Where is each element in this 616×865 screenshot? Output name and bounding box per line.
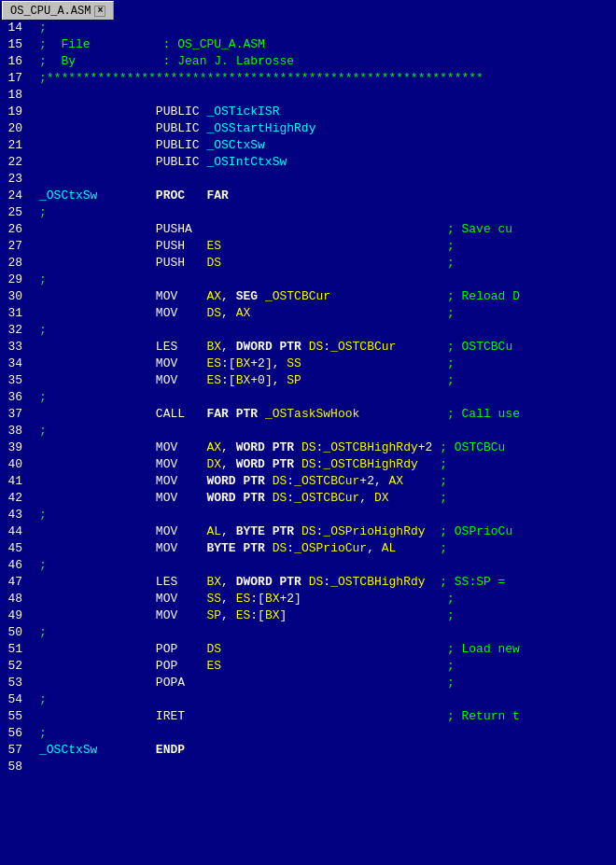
line-code: MOV SS, ES:[BX+2] ; bbox=[39, 592, 616, 606]
line-number: 38 bbox=[0, 424, 28, 438]
line-code: ; bbox=[39, 21, 616, 35]
code-line: 46 ; bbox=[0, 558, 616, 575]
line-number: 26 bbox=[0, 222, 28, 236]
line-code: PUSH ES ; bbox=[39, 239, 616, 253]
line-code: LES BX, DWORD PTR DS:_OSTCBCur ; OSTCBCu bbox=[39, 340, 616, 354]
code-line: 50 ; bbox=[0, 625, 616, 642]
code-line: 38 ; bbox=[0, 424, 616, 440]
tab-bar: OS_CPU_A.ASM × bbox=[0, 0, 616, 21]
line-gutter bbox=[28, 541, 39, 555]
line-number: 33 bbox=[0, 340, 28, 354]
line-number: 14 bbox=[0, 21, 28, 35]
line-number: 28 bbox=[0, 256, 28, 270]
line-code: ; By : Jean J. Labrosse bbox=[39, 54, 616, 68]
code-line: 31 MOV DS, AX ; bbox=[0, 306, 616, 323]
code-line: 54 ; bbox=[0, 692, 616, 709]
line-number: 58 bbox=[0, 760, 28, 774]
line-code: POPA ; bbox=[39, 676, 616, 690]
code-line: 16 ; By : Jean J. Labrosse bbox=[0, 54, 616, 71]
line-number: 46 bbox=[0, 558, 28, 572]
line-gutter bbox=[28, 592, 39, 606]
line-number: 39 bbox=[0, 440, 28, 454]
line-number: 30 bbox=[0, 289, 28, 303]
code-line: 53 POPA ; bbox=[0, 676, 616, 692]
code-line: 27 PUSH ES ; bbox=[0, 239, 616, 256]
code-line: 35 MOV ES:[BX+0], SP ; bbox=[0, 373, 616, 390]
line-number: 31 bbox=[0, 306, 28, 320]
line-number: 52 bbox=[0, 659, 28, 673]
line-gutter bbox=[28, 256, 39, 270]
line-gutter bbox=[28, 743, 39, 757]
code-line: 48 MOV SS, ES:[BX+2] ; bbox=[0, 592, 616, 608]
line-number: 50 bbox=[0, 625, 28, 639]
line-gutter bbox=[28, 71, 39, 85]
line-gutter bbox=[28, 608, 39, 622]
line-gutter bbox=[28, 88, 39, 102]
line-number: 41 bbox=[0, 474, 28, 488]
line-gutter bbox=[28, 155, 39, 169]
tab-label: OS_CPU_A.ASM bbox=[10, 5, 91, 18]
code-line: 37 CALL FAR PTR _OSTaskSwHook ; Call use bbox=[0, 407, 616, 424]
line-number: 15 bbox=[0, 37, 28, 51]
line-code: PUBLIC _OSIntCtxSw bbox=[39, 155, 616, 169]
line-number: 36 bbox=[0, 390, 28, 404]
code-line: 17 ;************************************… bbox=[0, 71, 616, 88]
line-gutter bbox=[28, 726, 39, 740]
line-number: 34 bbox=[0, 356, 28, 370]
line-gutter bbox=[28, 709, 39, 723]
line-number: 51 bbox=[0, 642, 28, 656]
line-code bbox=[39, 88, 616, 102]
line-code: ; bbox=[39, 692, 616, 706]
line-gutter bbox=[28, 676, 39, 690]
line-code: PUBLIC _OSTickISR bbox=[39, 105, 616, 119]
code-line: 42 MOV WORD PTR DS:_OSTCBCur, DX ; bbox=[0, 491, 616, 508]
code-editor: 14 ;15 ; File : OS_CPU_A.ASM16 ; By : Je… bbox=[0, 21, 616, 776]
line-code: ; bbox=[39, 424, 616, 438]
code-line: 51 POP DS ; Load new bbox=[0, 642, 616, 659]
code-line: 28 PUSH DS ; bbox=[0, 256, 616, 272]
line-code: ; bbox=[39, 323, 616, 337]
code-line: 52 POP ES ; bbox=[0, 659, 616, 676]
code-line: 19 PUBLIC _OSTickISR bbox=[0, 105, 616, 121]
line-code: MOV BYTE PTR DS:_OSPrioCur, AL ; bbox=[39, 541, 616, 555]
line-number: 53 bbox=[0, 676, 28, 690]
line-gutter bbox=[28, 306, 39, 320]
line-gutter bbox=[28, 491, 39, 505]
line-gutter bbox=[28, 508, 39, 522]
line-number: 32 bbox=[0, 323, 28, 337]
line-gutter bbox=[28, 575, 39, 589]
line-code: ; File : OS_CPU_A.ASM bbox=[39, 37, 616, 51]
code-line: 34 MOV ES:[BX+2], SS ; bbox=[0, 356, 616, 373]
line-code: MOV DX, WORD PTR DS:_OSTCBHighRdy ; bbox=[39, 457, 616, 471]
line-gutter bbox=[28, 424, 39, 438]
line-gutter bbox=[28, 222, 39, 236]
code-line: 43 ; bbox=[0, 508, 616, 524]
line-gutter bbox=[28, 373, 39, 387]
code-line: 57 _OSCtxSw ENDP bbox=[0, 743, 616, 760]
line-number: 22 bbox=[0, 155, 28, 169]
line-number: 16 bbox=[0, 54, 28, 68]
line-gutter bbox=[28, 54, 39, 68]
line-number: 25 bbox=[0, 205, 28, 219]
line-code: ; bbox=[39, 272, 616, 286]
code-line: 39 MOV AX, WORD PTR DS:_OSTCBHighRdy+2 ;… bbox=[0, 440, 616, 457]
code-line: 45 MOV BYTE PTR DS:_OSPrioCur, AL ; bbox=[0, 541, 616, 558]
line-gutter bbox=[28, 625, 39, 639]
line-number: 23 bbox=[0, 172, 28, 186]
tab-close-button[interactable]: × bbox=[94, 6, 105, 17]
code-line: 40 MOV DX, WORD PTR DS:_OSTCBHighRdy ; bbox=[0, 457, 616, 474]
line-number: 24 bbox=[0, 188, 28, 202]
line-gutter bbox=[28, 457, 39, 471]
line-gutter bbox=[28, 21, 39, 35]
file-tab[interactable]: OS_CPU_A.ASM × bbox=[2, 1, 114, 20]
line-code: MOV AX, WORD PTR DS:_OSTCBHighRdy+2 ; OS… bbox=[39, 440, 616, 454]
line-code: IRET ; Return t bbox=[39, 709, 616, 723]
line-code: MOV DS, AX ; bbox=[39, 306, 616, 320]
line-code: MOV WORD PTR DS:_OSTCBCur, DX ; bbox=[39, 491, 616, 505]
code-line: 47 LES BX, DWORD PTR DS:_OSTCBHighRdy ; … bbox=[0, 575, 616, 592]
line-gutter bbox=[28, 272, 39, 286]
code-line: 26 PUSHA ; Save cu bbox=[0, 222, 616, 239]
line-gutter bbox=[28, 440, 39, 454]
line-gutter bbox=[28, 138, 39, 152]
code-line: 15 ; File : OS_CPU_A.ASM bbox=[0, 37, 616, 54]
